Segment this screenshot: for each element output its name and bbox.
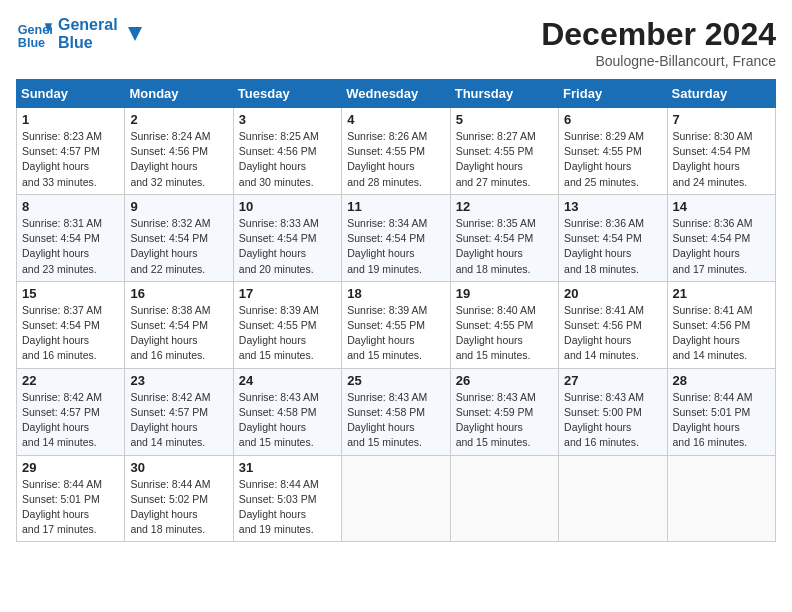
day-number: 10 <box>239 199 336 214</box>
calendar-cell: 28 Sunrise: 8:44 AM Sunset: 5:01 PM Dayl… <box>667 368 775 455</box>
calendar-cell <box>559 455 667 542</box>
day-info: Sunrise: 8:43 AM Sunset: 4:58 PM Dayligh… <box>239 390 336 451</box>
calendar-cell: 11 Sunrise: 8:34 AM Sunset: 4:54 PM Dayl… <box>342 194 450 281</box>
title-block: December 2024 Boulogne-Billancourt, Fran… <box>541 16 776 69</box>
calendar-cell <box>342 455 450 542</box>
calendar-cell: 14 Sunrise: 8:36 AM Sunset: 4:54 PM Dayl… <box>667 194 775 281</box>
day-number: 2 <box>130 112 227 127</box>
header-wednesday: Wednesday <box>342 80 450 108</box>
calendar-cell: 21 Sunrise: 8:41 AM Sunset: 4:56 PM Dayl… <box>667 281 775 368</box>
day-number: 27 <box>564 373 661 388</box>
day-info: Sunrise: 8:30 AM Sunset: 4:54 PM Dayligh… <box>673 129 770 190</box>
day-info: Sunrise: 8:36 AM Sunset: 4:54 PM Dayligh… <box>673 216 770 277</box>
calendar-week-row: 1 Sunrise: 8:23 AM Sunset: 4:57 PM Dayli… <box>17 108 776 195</box>
calendar-cell: 27 Sunrise: 8:43 AM Sunset: 5:00 PM Dayl… <box>559 368 667 455</box>
calendar-cell: 23 Sunrise: 8:42 AM Sunset: 4:57 PM Dayl… <box>125 368 233 455</box>
day-info: Sunrise: 8:24 AM Sunset: 4:56 PM Dayligh… <box>130 129 227 190</box>
day-number: 31 <box>239 460 336 475</box>
day-info: Sunrise: 8:44 AM Sunset: 5:03 PM Dayligh… <box>239 477 336 538</box>
day-info: Sunrise: 8:29 AM Sunset: 4:55 PM Dayligh… <box>564 129 661 190</box>
calendar-table: SundayMondayTuesdayWednesdayThursdayFrid… <box>16 79 776 542</box>
day-number: 7 <box>673 112 770 127</box>
day-info: Sunrise: 8:42 AM Sunset: 4:57 PM Dayligh… <box>22 390 119 451</box>
day-number: 11 <box>347 199 444 214</box>
day-info: Sunrise: 8:33 AM Sunset: 4:54 PM Dayligh… <box>239 216 336 277</box>
svg-marker-3 <box>128 27 142 41</box>
logo-icon: General Blue <box>16 16 52 52</box>
day-number: 17 <box>239 286 336 301</box>
day-number: 5 <box>456 112 553 127</box>
calendar-cell: 5 Sunrise: 8:27 AM Sunset: 4:55 PM Dayli… <box>450 108 558 195</box>
day-info: Sunrise: 8:36 AM Sunset: 4:54 PM Dayligh… <box>564 216 661 277</box>
day-info: Sunrise: 8:42 AM Sunset: 4:57 PM Dayligh… <box>130 390 227 451</box>
day-info: Sunrise: 8:43 AM Sunset: 4:59 PM Dayligh… <box>456 390 553 451</box>
day-info: Sunrise: 8:44 AM Sunset: 5:02 PM Dayligh… <box>130 477 227 538</box>
day-number: 12 <box>456 199 553 214</box>
day-number: 30 <box>130 460 227 475</box>
calendar-cell: 1 Sunrise: 8:23 AM Sunset: 4:57 PM Dayli… <box>17 108 125 195</box>
day-info: Sunrise: 8:41 AM Sunset: 4:56 PM Dayligh… <box>673 303 770 364</box>
day-info: Sunrise: 8:40 AM Sunset: 4:55 PM Dayligh… <box>456 303 553 364</box>
header-sunday: Sunday <box>17 80 125 108</box>
day-number: 18 <box>347 286 444 301</box>
day-info: Sunrise: 8:37 AM Sunset: 4:54 PM Dayligh… <box>22 303 119 364</box>
calendar-cell: 15 Sunrise: 8:37 AM Sunset: 4:54 PM Dayl… <box>17 281 125 368</box>
day-number: 9 <box>130 199 227 214</box>
calendar-cell: 4 Sunrise: 8:26 AM Sunset: 4:55 PM Dayli… <box>342 108 450 195</box>
header-thursday: Thursday <box>450 80 558 108</box>
calendar-cell: 20 Sunrise: 8:41 AM Sunset: 4:56 PM Dayl… <box>559 281 667 368</box>
calendar-header-row: SundayMondayTuesdayWednesdayThursdayFrid… <box>17 80 776 108</box>
calendar-week-row: 15 Sunrise: 8:37 AM Sunset: 4:54 PM Dayl… <box>17 281 776 368</box>
calendar-cell: 25 Sunrise: 8:43 AM Sunset: 4:58 PM Dayl… <box>342 368 450 455</box>
calendar-week-row: 8 Sunrise: 8:31 AM Sunset: 4:54 PM Dayli… <box>17 194 776 281</box>
header-saturday: Saturday <box>667 80 775 108</box>
calendar-week-row: 22 Sunrise: 8:42 AM Sunset: 4:57 PM Dayl… <box>17 368 776 455</box>
day-number: 1 <box>22 112 119 127</box>
day-number: 25 <box>347 373 444 388</box>
location: Boulogne-Billancourt, France <box>541 53 776 69</box>
day-number: 14 <box>673 199 770 214</box>
day-number: 20 <box>564 286 661 301</box>
month-title: December 2024 <box>541 16 776 53</box>
calendar-cell: 16 Sunrise: 8:38 AM Sunset: 4:54 PM Dayl… <box>125 281 233 368</box>
day-info: Sunrise: 8:25 AM Sunset: 4:56 PM Dayligh… <box>239 129 336 190</box>
calendar-cell: 10 Sunrise: 8:33 AM Sunset: 4:54 PM Dayl… <box>233 194 341 281</box>
day-info: Sunrise: 8:31 AM Sunset: 4:54 PM Dayligh… <box>22 216 119 277</box>
day-number: 29 <box>22 460 119 475</box>
day-number: 4 <box>347 112 444 127</box>
day-number: 23 <box>130 373 227 388</box>
calendar-cell: 2 Sunrise: 8:24 AM Sunset: 4:56 PM Dayli… <box>125 108 233 195</box>
day-number: 13 <box>564 199 661 214</box>
day-number: 28 <box>673 373 770 388</box>
calendar-cell: 12 Sunrise: 8:35 AM Sunset: 4:54 PM Dayl… <box>450 194 558 281</box>
day-info: Sunrise: 8:26 AM Sunset: 4:55 PM Dayligh… <box>347 129 444 190</box>
page-header: General Blue General Blue December 2024 … <box>16 16 776 69</box>
day-number: 26 <box>456 373 553 388</box>
day-info: Sunrise: 8:44 AM Sunset: 5:01 PM Dayligh… <box>673 390 770 451</box>
day-number: 6 <box>564 112 661 127</box>
day-number: 24 <box>239 373 336 388</box>
calendar-cell: 7 Sunrise: 8:30 AM Sunset: 4:54 PM Dayli… <box>667 108 775 195</box>
calendar-cell: 29 Sunrise: 8:44 AM Sunset: 5:01 PM Dayl… <box>17 455 125 542</box>
calendar-cell <box>667 455 775 542</box>
logo-line1: General <box>58 16 118 34</box>
calendar-cell: 31 Sunrise: 8:44 AM Sunset: 5:03 PM Dayl… <box>233 455 341 542</box>
calendar-cell: 3 Sunrise: 8:25 AM Sunset: 4:56 PM Dayli… <box>233 108 341 195</box>
calendar-cell: 30 Sunrise: 8:44 AM Sunset: 5:02 PM Dayl… <box>125 455 233 542</box>
calendar-cell <box>450 455 558 542</box>
day-number: 21 <box>673 286 770 301</box>
calendar-cell: 26 Sunrise: 8:43 AM Sunset: 4:59 PM Dayl… <box>450 368 558 455</box>
day-number: 16 <box>130 286 227 301</box>
day-number: 8 <box>22 199 119 214</box>
header-friday: Friday <box>559 80 667 108</box>
day-info: Sunrise: 8:35 AM Sunset: 4:54 PM Dayligh… <box>456 216 553 277</box>
logo: General Blue General Blue <box>16 16 146 52</box>
day-info: Sunrise: 8:43 AM Sunset: 4:58 PM Dayligh… <box>347 390 444 451</box>
day-info: Sunrise: 8:23 AM Sunset: 4:57 PM Dayligh… <box>22 129 119 190</box>
calendar-cell: 9 Sunrise: 8:32 AM Sunset: 4:54 PM Dayli… <box>125 194 233 281</box>
day-info: Sunrise: 8:39 AM Sunset: 4:55 PM Dayligh… <box>239 303 336 364</box>
day-info: Sunrise: 8:41 AM Sunset: 4:56 PM Dayligh… <box>564 303 661 364</box>
logo-chevron-icon <box>124 23 146 45</box>
day-info: Sunrise: 8:38 AM Sunset: 4:54 PM Dayligh… <box>130 303 227 364</box>
header-tuesday: Tuesday <box>233 80 341 108</box>
